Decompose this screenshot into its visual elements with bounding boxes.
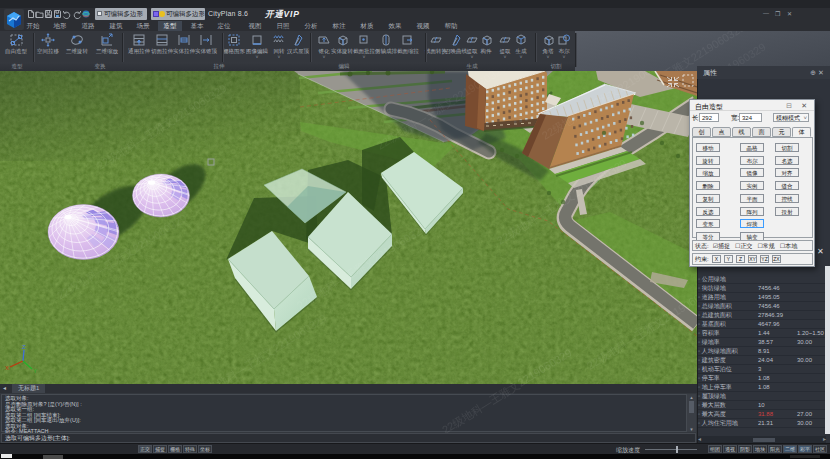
svg-text:X: X <box>5 365 9 371</box>
svg-text:Z: Z <box>22 344 26 350</box>
svg-text:Y: Y <box>33 368 37 374</box>
